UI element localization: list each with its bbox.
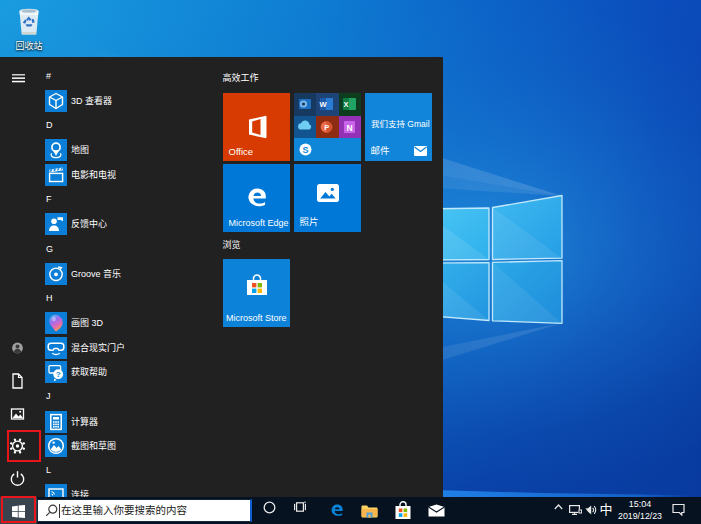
- svg-text:?: ?: [56, 370, 61, 379]
- svg-text:S: S: [302, 145, 308, 155]
- svg-text:P: P: [324, 123, 329, 132]
- svg-text:X: X: [343, 100, 348, 109]
- svg-text:W: W: [319, 100, 327, 109]
- svg-text:N: N: [346, 122, 352, 132]
